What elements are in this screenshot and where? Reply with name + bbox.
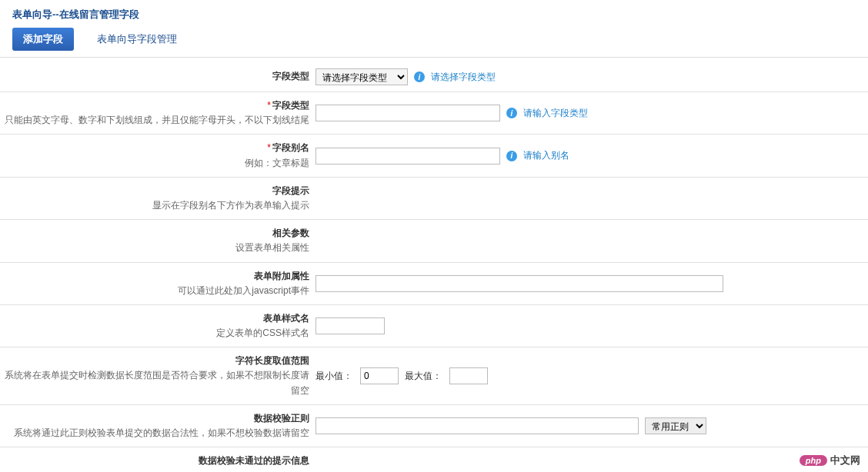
input-data-regex[interactable] (315, 417, 639, 434)
watermark-text: 中文网 (830, 454, 860, 467)
desc-char-range: 系统将在表单提交时检测数据长度范围是否符合要求，如果不想限制长度请留空 (0, 368, 309, 397)
label-char-range: 字符长度取值范围 (235, 355, 309, 366)
label-field-alias: 字段别名 (272, 142, 309, 153)
info-icon: i (414, 71, 425, 82)
row-related-params: 相关参数 设置表单相关属性 (0, 220, 868, 262)
max-label: 最大值： (405, 370, 442, 383)
select-common-regex[interactable]: 常用正则 (645, 417, 706, 434)
input-form-extra[interactable] (315, 275, 723, 292)
input-field-type[interactable] (315, 105, 500, 121)
label-field-tip: 字段提示 (272, 185, 309, 196)
input-min[interactable] (360, 367, 399, 384)
tab-add-field[interactable]: 添加字段 (12, 28, 74, 51)
page-title: 表单向导--在线留言管理字段 (0, 0, 868, 28)
hint-field-type-input: 请输入字段类型 (523, 107, 588, 120)
required-mark: * (267, 100, 271, 111)
label-regex-fail-msg: 数据校验未通过的提示信息 (199, 455, 309, 466)
info-icon: i (506, 151, 517, 161)
label-field-type: 字段类型 (272, 71, 309, 81)
form-section: 字段类型 请选择字段类型 i 请选择字段类型 *字段类型 只能由英文字母、数字和… (0, 62, 868, 472)
info-icon: i (506, 108, 517, 118)
row-data-regex: 数据校验正则 系统将通过此正则校验表单提交的数据合法性，如果不想校验数据请留空 … (0, 405, 868, 447)
label-form-extra: 表单附加属性 (254, 271, 309, 281)
tabs: 添加字段 表单向导字段管理 (0, 28, 868, 58)
hint-field-type: 请选择字段类型 (431, 71, 496, 84)
watermark: php 中文网 (800, 454, 860, 467)
desc-related-params: 设置表单相关属性 (0, 241, 309, 255)
input-max[interactable] (449, 367, 488, 384)
row-char-range: 字符长度取值范围 系统将在表单提交时检测数据长度范围是否符合要求，如果不想限制长… (0, 347, 868, 405)
select-field-type[interactable]: 请选择字段类型 (315, 68, 408, 85)
tab-manage-fields[interactable]: 表单向导字段管理 (86, 28, 188, 51)
required-mark: * (267, 142, 271, 153)
php-badge: php (800, 455, 827, 466)
min-label: 最小值： (315, 370, 352, 383)
label-data-regex: 数据校验正则 (254, 413, 309, 424)
hint-field-alias: 请输入别名 (523, 149, 569, 162)
desc-form-css: 定义表单的CSS样式名 (0, 326, 309, 341)
desc-data-regex: 系统将通过此正则校验表单提交的数据合法性，如果不想校验数据请留空 (0, 426, 309, 440)
desc-field-alias: 例如：文章标题 (0, 156, 309, 171)
row-field-type-input: *字段类型 只能由英文字母、数字和下划线组成，并且仅能字母开头，不以下划线结尾 … (0, 92, 868, 135)
desc-field-type-input: 只能由英文字母、数字和下划线组成，并且仅能字母开头，不以下划线结尾 (0, 113, 309, 128)
label-field-type-input: 字段类型 (272, 100, 309, 111)
row-form-css: 表单样式名 定义表单的CSS样式名 (0, 305, 868, 347)
row-regex-fail-msg: 数据校验未通过的提示信息 (0, 447, 868, 472)
row-field-type-select: 字段类型 请选择字段类型 i 请选择字段类型 (0, 62, 868, 92)
input-form-css[interactable] (315, 317, 385, 334)
desc-field-tip: 显示在字段别名下方作为表单输入提示 (0, 198, 309, 213)
row-field-tip: 字段提示 显示在字段别名下方作为表单输入提示 (0, 178, 868, 220)
label-form-css: 表单样式名 (263, 313, 309, 324)
row-form-extra: 表单附加属性 可以通过此处加入javascript事件 (0, 263, 868, 305)
row-field-alias: *字段别名 例如：文章标题 i 请输入别名 (0, 135, 868, 177)
label-related-params: 相关参数 (272, 228, 309, 238)
input-field-alias[interactable] (315, 148, 500, 165)
desc-form-extra: 可以通过此处加入javascript事件 (0, 284, 309, 298)
